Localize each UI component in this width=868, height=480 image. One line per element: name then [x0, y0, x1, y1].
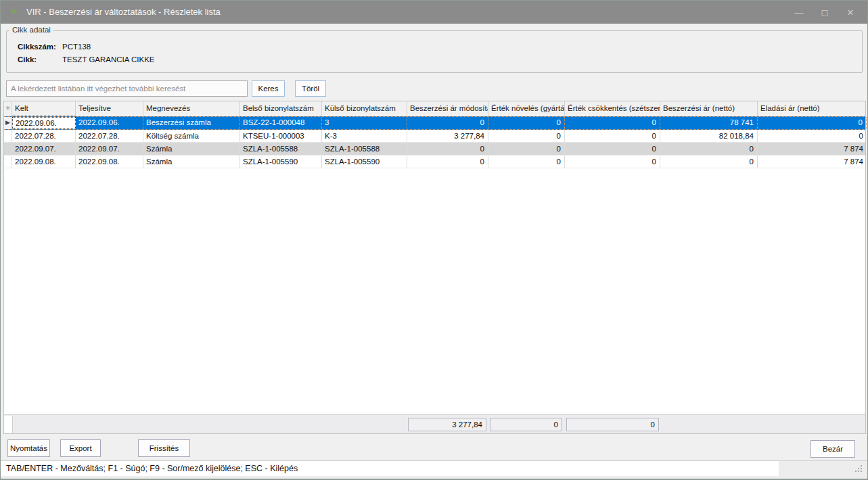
column-header-belso-bizonylatszam[interactable]: Belső bizonylatszám: [240, 101, 322, 116]
article-name-value: TESZT GARANCIA CIKKE: [62, 55, 155, 64]
window-title: VIR - Beszerzési ár változtatások - Rész…: [26, 7, 221, 17]
cell-kulso[interactable]: SZLA-1-005590: [322, 155, 407, 168]
cell-teljesitve[interactable]: 2022.07.28.: [76, 130, 143, 142]
row-indicator-arrow-icon: ▶: [4, 117, 12, 129]
row-indicator-cell: [4, 143, 12, 155]
cell-kulso[interactable]: 3: [322, 117, 407, 129]
footer-indicator-cell: [4, 416, 13, 433]
search-button[interactable]: Keres: [252, 80, 285, 97]
summary-noveles: 0: [490, 418, 562, 431]
cell-noveles[interactable]: 0: [488, 117, 565, 129]
column-header-kulso-bizonylatszam[interactable]: Külső bizonylatszám: [322, 101, 407, 116]
cell-eladasi[interactable]: 0: [758, 117, 867, 129]
table-row-selected[interactable]: ▶ 2022.09.06. 2022.09.06. Beszerzési szá…: [4, 116, 865, 130]
cell-kelt[interactable]: 2022.07.28.: [12, 130, 76, 142]
cell-teljesitve[interactable]: 2022.09.06.: [76, 117, 143, 129]
search-input[interactable]: [6, 80, 248, 97]
cell-teljesitve[interactable]: 2022.09.08.: [76, 155, 143, 168]
window-controls: — ◻ ✕: [786, 1, 863, 24]
cell-kelt[interactable]: 2022.09.08.: [12, 155, 76, 168]
title-bar: ✳ VIR - Beszerzési ár változtatások - Ré…: [1, 1, 867, 24]
print-button[interactable]: Nyomtatás: [7, 439, 50, 457]
details-grid: ✳ Kelt Teljesítve Megnevezés Belső bizon…: [3, 101, 866, 434]
grid-corner-asterisk-icon: ✳: [4, 101, 12, 116]
article-number-value: PCT138: [62, 43, 91, 51]
cell-beszerzesi[interactable]: 0: [660, 143, 758, 155]
cell-beszerzesi[interactable]: 0: [660, 155, 758, 168]
cell-kelt[interactable]: 2022.09.07.: [12, 143, 76, 155]
cell-modositas[interactable]: 0: [407, 143, 488, 155]
summary-csokkentes: 0: [566, 418, 659, 431]
status-bar-text: TAB/ENTER - Mezőváltás; F1 - Súgó; F9 - …: [6, 464, 298, 473]
column-header-ertek-noveles[interactable]: Érték növelés (gyártá: [488, 101, 565, 116]
close-button[interactable]: Bezár: [810, 440, 855, 458]
cell-kulso[interactable]: SZLA-1-005588: [322, 143, 407, 155]
clear-search-button[interactable]: Töröl: [295, 80, 326, 97]
cell-noveles[interactable]: 0: [488, 143, 565, 155]
close-window-button[interactable]: ✕: [838, 1, 863, 24]
refresh-button[interactable]: Frissítés: [138, 439, 190, 457]
row-indicator-cell: [4, 130, 12, 142]
cell-belso[interactable]: SZLA-1-005590: [240, 155, 322, 168]
row-indicator-cell: [4, 155, 12, 168]
grid-summary-footer: 3 277,84 0 0: [4, 414, 865, 433]
maximize-button[interactable]: ◻: [812, 1, 838, 24]
cell-belso[interactable]: SZLA-1-005588: [240, 143, 322, 155]
table-row[interactable]: 2022.07.28. 2022.07.28. Költség számla K…: [4, 130, 865, 143]
table-row[interactable]: 2022.09.08. 2022.09.08. Számla SZLA-1-00…: [4, 155, 865, 168]
article-number-label: Cikkszám:: [18, 43, 56, 51]
cell-noveles[interactable]: 0: [488, 130, 565, 142]
window-bottom-edge: [1, 476, 867, 480]
cell-eladasi[interactable]: 7 874: [758, 143, 867, 155]
cell-beszerzesi[interactable]: 78 741: [660, 117, 758, 129]
cell-csokkentes[interactable]: 0: [565, 130, 660, 142]
cell-kulso[interactable]: K-3: [322, 130, 407, 142]
cell-megnevezes[interactable]: Számla: [143, 155, 240, 168]
cell-modositas[interactable]: 0: [407, 117, 488, 129]
column-header-eladasi-ar-netto[interactable]: Eladási ár (nettó): [758, 101, 867, 116]
cell-csokkentes[interactable]: 0: [565, 117, 660, 129]
cell-kelt[interactable]: 2022.09.06.: [12, 117, 76, 129]
cell-modositas[interactable]: 0: [407, 155, 488, 168]
grid-header-row: ✳ Kelt Teljesítve Megnevezés Belső bizon…: [4, 101, 865, 116]
cell-belso[interactable]: BSZ-22-1-000048: [240, 117, 322, 129]
column-header-beszerzesi-ar-modositas[interactable]: Beszerzési ár módosítás: [407, 101, 488, 116]
resize-grip[interactable]: [861, 471, 862, 472]
article-groupbox: Cikk adatai Cikkszám: PCT138 Cikk: TESZT…: [6, 30, 863, 73]
cell-teljesitve[interactable]: 2022.09.07.: [76, 143, 143, 155]
cell-eladasi[interactable]: 7 874: [758, 155, 867, 168]
cell-megnevezes[interactable]: Beszerzési számla: [143, 117, 240, 129]
column-header-kelt[interactable]: Kelt: [12, 101, 76, 116]
column-header-megnevezes[interactable]: Megnevezés: [143, 101, 240, 116]
column-header-teljesitve[interactable]: Teljesítve: [76, 101, 143, 116]
cell-csokkentes[interactable]: 0: [565, 155, 660, 168]
app-gear-icon: ✳: [9, 6, 18, 17]
summary-modositas: 3 277,84: [408, 418, 486, 431]
cell-csokkentes[interactable]: 0: [565, 143, 660, 155]
app-window: ✳ VIR - Beszerzési ár változtatások - Ré…: [0, 0, 868, 480]
status-bar-corner: [779, 460, 868, 476]
column-header-beszerzesi-ar-netto[interactable]: Beszerzési ár (nettó): [660, 101, 758, 116]
cell-noveles[interactable]: 0: [488, 155, 565, 168]
cell-megnevezes[interactable]: Költség számla: [143, 130, 240, 142]
cell-beszerzesi[interactable]: 82 018,84: [660, 130, 758, 142]
cell-eladasi[interactable]: 0: [758, 130, 867, 142]
status-bar: TAB/ENTER - Mezőváltás; F1 - Súgó; F9 - …: [1, 460, 779, 476]
cell-megnevezes[interactable]: Számla: [143, 143, 240, 155]
export-button[interactable]: Export: [60, 439, 101, 457]
column-header-ertek-csokkentes[interactable]: Érték csökkentés (szétszere: [565, 101, 660, 116]
groupbox-title: Cikk adatai: [9, 26, 53, 34]
article-name-label: Cikk:: [18, 55, 37, 64]
minimize-button[interactable]: —: [786, 1, 812, 24]
table-row[interactable]: 2022.09.07. 2022.09.07. Számla SZLA-1-00…: [4, 143, 865, 155]
cell-belso[interactable]: KTSEU-1-000003: [240, 130, 322, 142]
cell-modositas[interactable]: 3 277,84: [407, 130, 488, 142]
